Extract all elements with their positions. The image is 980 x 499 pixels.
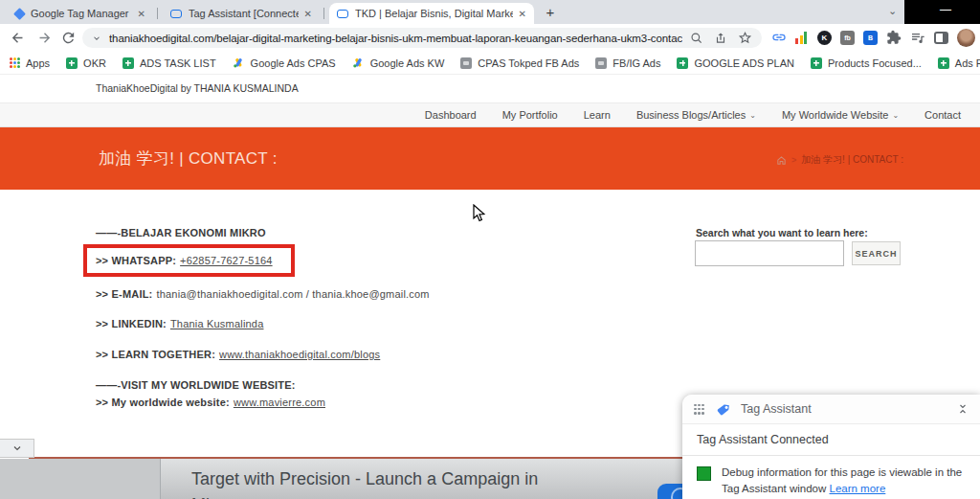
collapse-panel-icon[interactable]: [957, 402, 969, 416]
bookmark-label: Products Focused...: [828, 57, 922, 69]
sheets-icon: [938, 57, 949, 69]
worldwide-line: >> My worldwide website:www.mavierre.com: [96, 397, 325, 408]
gray-doc-icon: [460, 57, 472, 69]
tag-assistant-header: Tag Assistant: [682, 395, 980, 424]
site-info-chevron-icon[interactable]: [92, 34, 101, 43]
whatsapp-link[interactable]: +62857-7627-5164: [180, 255, 272, 266]
tab-tag-assistant[interactable]: Tag Assistant [Connected] ✕: [163, 3, 320, 24]
collapse-banner-button[interactable]: [0, 439, 34, 458]
forward-icon[interactable]: [36, 30, 53, 46]
bookmark-cpas-tokped-fb-ads[interactable]: CPAS Tokped FB Ads: [460, 57, 579, 69]
home-icon[interactable]: [776, 155, 787, 166]
bookmark-label: ADS TASK LIST: [140, 57, 216, 69]
link-extension-icon[interactable]: [771, 30, 787, 45]
google-ads-icon: [233, 57, 245, 69]
learn-together-label: >> LEARN TOGETHER:: [96, 349, 215, 360]
bookmark-ads-record[interactable]: Ads Record: [938, 57, 980, 69]
sheets-icon: [811, 57, 822, 69]
worldwide-link[interactable]: www.mavierre.com: [234, 397, 325, 408]
tag-assistant-panel: Tag Assistant Tag Assistant Connected De…: [682, 395, 980, 499]
email-value: thania@thaniakhoedigital.com / thania.kh…: [156, 288, 429, 300]
nav-label: My Worldwide Website: [782, 109, 888, 121]
bookmark-label: Ads Record: [955, 57, 980, 69]
breadcrumb-separator: >: [791, 155, 796, 165]
apps-grid-icon: [10, 57, 20, 68]
nav-business-blogs[interactable]: Business Blogs/Articles⌄: [636, 109, 756, 121]
back-icon[interactable]: [10, 30, 26, 46]
learn-more-link[interactable]: Learn more: [830, 483, 886, 494]
profile-avatar[interactable]: [957, 29, 975, 47]
zoom-icon[interactable]: [690, 32, 703, 45]
bookmark-products-focused[interactable]: Products Focused...: [811, 57, 922, 69]
search-button[interactable]: SEARCH: [852, 241, 901, 265]
nav-label: Dashboard: [425, 109, 477, 121]
reload-icon[interactable]: [60, 30, 77, 46]
nav-label: Learn: [584, 109, 611, 121]
nav-my-portfolio[interactable]: My Portfolio: [502, 109, 558, 121]
bookmark-okr[interactable]: OKR: [66, 57, 106, 69]
share-icon[interactable]: [714, 32, 727, 45]
linkedin-label: >> LINKEDIN:: [96, 318, 167, 329]
url-text[interactable]: thaniakhoedigital.com/belajar-digital-ma…: [109, 33, 682, 44]
bookmark-apps[interactable]: Apps: [10, 57, 50, 69]
extensions-puzzle-icon[interactable]: [886, 30, 902, 45]
nav-label: Business Blogs/Articles: [636, 109, 746, 121]
section-title-worldwide: ——-VISIT MY WORLDWIDE WEBSITE:: [96, 379, 296, 391]
tag-assistant-legacy-icon[interactable]: [795, 31, 809, 44]
learn-search-input[interactable]: [695, 240, 844, 266]
tab-separator: [157, 8, 158, 19]
tag-assistant-logo-icon: [716, 401, 732, 418]
tab-title: TKD | Belajar Bisnis, Digital Marke: [355, 8, 513, 19]
bookmark-label: Google Ads KW: [370, 57, 445, 69]
gray-doc-icon: [595, 57, 607, 69]
address-bar[interactable]: thaniakhoedigital.com/belajar-digital-ma…: [82, 28, 762, 48]
breadcrumb: > 加油 学习! | CONTACT :: [776, 153, 903, 167]
bookmark-star-icon[interactable]: [738, 31, 752, 45]
bookmark-label: GOOGLE ADS PLAN: [694, 57, 794, 69]
k-extension-icon[interactable]: K: [817, 31, 832, 45]
google-ads-icon: [352, 57, 365, 69]
debug-green-square-icon: [697, 466, 711, 481]
gtm-favicon-icon: [13, 8, 26, 20]
tab-tkd-active[interactable]: TKD | Belajar Bisnis, Digital Marke ✕: [329, 3, 534, 24]
tab-close-icon[interactable]: ✕: [138, 9, 145, 19]
nav-worldwide-website[interactable]: My Worldwide Website⌄: [782, 109, 899, 121]
bookmark-label: Apps: [26, 57, 50, 69]
bookmark-label: CPAS Tokped FB Ads: [478, 57, 579, 69]
bookmark-label: OKR: [83, 57, 106, 69]
window-controls-area: —: [904, 0, 980, 24]
tab-title: Tag Assistant [Connected]: [189, 8, 299, 19]
tab-search-chevron-icon[interactable]: ⌄: [888, 5, 897, 17]
bookmark-google-ads-cpas[interactable]: Google Ads CPAS: [233, 57, 336, 69]
side-panel-icon[interactable]: [934, 32, 948, 44]
playlist-icon[interactable]: [910, 30, 925, 45]
tab-close-icon[interactable]: ✕: [519, 9, 526, 19]
bookmark-google-ads-plan[interactable]: GOOGLE ADS PLAN: [677, 57, 794, 69]
tab-strip: Google Tag Manager ✕ Tag Assistant [Conn…: [0, 0, 980, 24]
sheets-icon: [122, 57, 134, 69]
new-tab-button[interactable]: +: [542, 4, 559, 21]
linkedin-line: >> LINKEDIN:Thania Kusmalinda: [96, 318, 264, 329]
site-navbar: Dashboard My Portfolio Learn Business Bl…: [0, 102, 980, 127]
bookmark-fb-ig-ads[interactable]: FB/IG Ads: [595, 57, 660, 69]
linkedin-link[interactable]: Thania Kusmalinda: [170, 318, 264, 329]
tab-google-tag-manager[interactable]: Google Tag Manager ✕: [8, 3, 153, 24]
chevron-down-icon: [11, 442, 23, 454]
tab-close-icon[interactable]: ✕: [304, 9, 312, 19]
hero-banner: 加油 学习! | CONTACT : > 加油 学习! | CONTACT :: [0, 127, 980, 190]
window-minimize-button[interactable]: —: [940, 3, 951, 16]
bookmarks-bar: Apps OKR ADS TASK LIST Google Ads CPAS G…: [0, 52, 980, 75]
nav-contact[interactable]: Contact: [924, 109, 961, 121]
bookmark-label: FB/IG Ads: [612, 57, 660, 69]
drag-handle-icon[interactable]: [694, 404, 704, 415]
nav-learn[interactable]: Learn: [584, 109, 611, 121]
bookmark-ads-task-list[interactable]: ADS TASK LIST: [122, 57, 216, 69]
learn-together-link[interactable]: www.thaniakhoedigital.com/blogs: [219, 349, 380, 360]
b-extension-icon[interactable]: B: [863, 31, 878, 45]
chevron-down-icon: ⌄: [749, 111, 756, 120]
fb-pixel-extension-icon[interactable]: fb: [840, 31, 855, 45]
bookmark-google-ads-kw[interactable]: Google Ads KW: [352, 57, 445, 69]
nav-dashboard[interactable]: Dashboard: [425, 109, 477, 121]
site-brand[interactable]: ThaniaKhoeDigital by THANIA KUSMALINDA: [96, 82, 299, 94]
email-line: >> E-MAIL:thania@thaniakhoedigital.com /…: [96, 288, 430, 300]
